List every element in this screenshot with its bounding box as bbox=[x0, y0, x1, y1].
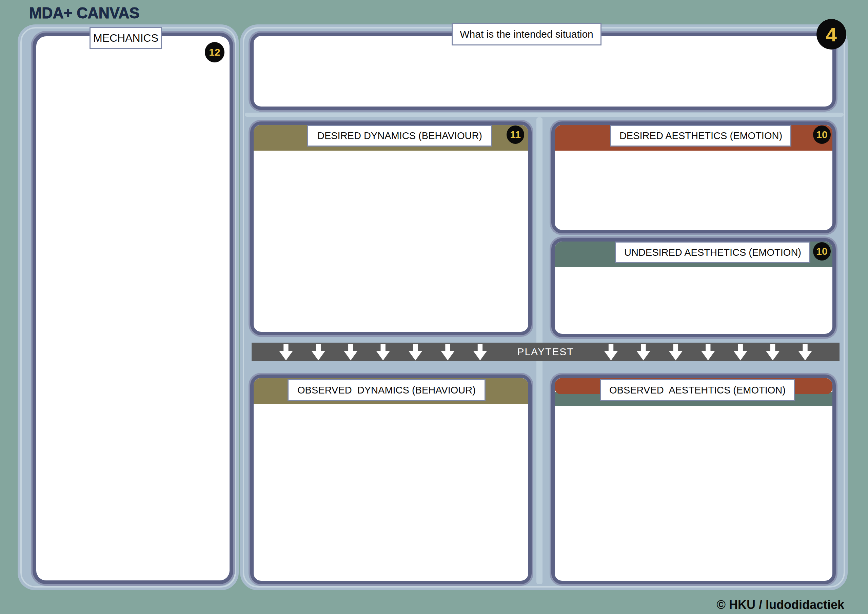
desired-dynamics-count-badge: 11 bbox=[507, 126, 524, 144]
desired-aesthetics-count-badge: 10 bbox=[813, 126, 831, 144]
desired-dynamics-panel bbox=[250, 121, 532, 335]
observed-aesthetics-panel bbox=[551, 375, 836, 584]
down-arrow-icon bbox=[473, 344, 487, 361]
undesired-aesthetics-notes-area[interactable] bbox=[555, 267, 832, 334]
desired-dynamics-notes-area[interactable] bbox=[254, 151, 528, 332]
copyright-text: © HKU / ludodidactiek bbox=[716, 598, 844, 612]
down-arrow-icon bbox=[798, 344, 812, 361]
down-arrow-icon bbox=[701, 344, 715, 361]
playtest-label: PLAYTEST bbox=[517, 346, 574, 358]
observed-dynamics-notes-area[interactable] bbox=[254, 404, 528, 581]
down-arrow-icon bbox=[766, 344, 780, 361]
desired-dynamics-label: DESIRED DYNAMICS (BEHAVIOUR) bbox=[307, 125, 492, 146]
intended-situation-label: What is the intended situation bbox=[452, 23, 601, 45]
observed-aesthetics-label: OBSERVED AESTEHTICS (EMOTION) bbox=[600, 379, 795, 401]
down-arrow-icon bbox=[409, 344, 422, 361]
mechanics-notes-area[interactable] bbox=[36, 36, 229, 580]
observed-dynamics-label: OBSERVED DYNAMICS (BEHAVIOUR) bbox=[288, 379, 485, 401]
intended-situation-notes-area[interactable] bbox=[254, 36, 832, 107]
mechanics-label: MECHANICS bbox=[90, 27, 162, 49]
page-title: MDA+ CANVAS bbox=[29, 3, 140, 22]
observed-aesthetics-notes-area[interactable] bbox=[555, 406, 832, 581]
desired-aesthetics-notes-area[interactable] bbox=[555, 151, 832, 230]
playtest-arrows-right bbox=[586, 343, 831, 361]
down-arrow-icon bbox=[734, 344, 747, 361]
down-arrow-icon bbox=[344, 344, 357, 361]
desired-aesthetics-label: DESIRED AESTHETICS (EMOTION) bbox=[610, 125, 791, 146]
playtest-arrows-left bbox=[260, 343, 505, 361]
intended-situation-count-badge: 4 bbox=[817, 19, 846, 50]
mechanics-count-badge: 12 bbox=[205, 42, 225, 62]
mda-canvas-board: MDA+ CANVAS PLAYTEST bbox=[0, 0, 868, 614]
undesired-aesthetics-label: UNDESIRED AESTHETICS (EMOTION) bbox=[615, 241, 811, 263]
down-arrow-icon bbox=[636, 344, 650, 361]
down-arrow-icon bbox=[441, 344, 455, 361]
down-arrow-icon bbox=[377, 344, 390, 361]
down-arrow-icon bbox=[669, 344, 682, 361]
observed-dynamics-panel bbox=[250, 375, 532, 584]
mechanics-panel bbox=[33, 33, 233, 584]
horizontal-divider bbox=[245, 113, 843, 117]
down-arrow-icon bbox=[312, 344, 325, 361]
down-arrow-icon bbox=[604, 344, 618, 361]
down-arrow-icon bbox=[279, 344, 293, 361]
playtest-bar: PLAYTEST bbox=[251, 343, 840, 361]
undesired-aesthetics-count-badge: 10 bbox=[813, 242, 831, 261]
